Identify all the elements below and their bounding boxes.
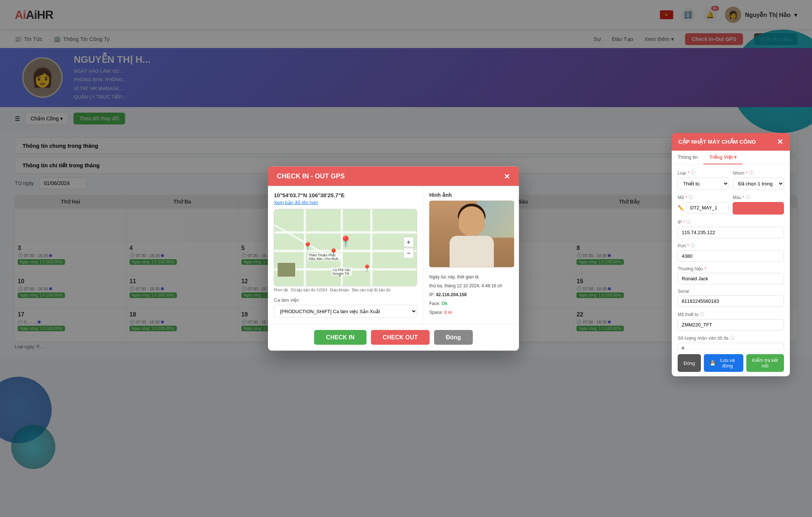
field-group-ip: IP * ⓘ <box>678 219 784 238</box>
device-panel-close-button[interactable]: Đóng <box>678 354 701 372</box>
gps-modal-footer: CHECK IN CHECK OUT Đóng <box>268 324 519 351</box>
field-group-thuong-hieu: Thương hiệu * <box>678 266 784 284</box>
gps-modal-header: CHECK IN - OUT GPS ✕ <box>268 167 519 186</box>
map-road <box>274 250 417 252</box>
field-group-nhom: Nhóm * ⓘ Đã chọn 1 trong 3 <box>733 170 784 190</box>
device-panel-close-icon[interactable]: ✕ <box>777 138 783 145</box>
device-panel-tabs: Thông tin Tiếng Việt ▾ <box>672 151 790 165</box>
ip-input[interactable] <box>678 227 784 238</box>
device-panel-body: Loại * ⓘ Thiết bị Nhóm * ⓘ Đã ch <box>672 165 790 349</box>
field-row-ip: IP * ⓘ <box>678 219 784 238</box>
field-group-mau: Màu * ⓘ <box>733 194 784 215</box>
map-footer: Phím tắt Dữ liệu bản đồ ©2024 Điều khoản… <box>274 288 417 292</box>
field-row-thuong-hieu: Thương hiệu * <box>678 266 784 284</box>
gps-map-section: 10°54'03.7"N 106°38'25.7"E Xem bản đồ lớ… <box>268 186 423 324</box>
device-panel-title: CẬP NHẬT MÁY CHẤM CÔNG <box>678 138 756 145</box>
gps-coordinates: 10°54'03.7"N 106°38'25.7"E <box>274 192 417 198</box>
view-larger-map-link[interactable]: Xem bản đồ lớn hơn <box>274 200 417 205</box>
thuong-hieu-input[interactable] <box>678 273 784 284</box>
date-info-line: Ngày lúc này, thời gian là <box>429 273 513 281</box>
map-pin-red: 📍 <box>339 235 352 247</box>
tab-tieng-viet[interactable]: Tiếng Việt ▾ <box>703 151 743 164</box>
field-group-loai: Loại * ⓘ Thiết bị <box>678 170 729 190</box>
color-swatch[interactable] <box>733 202 784 215</box>
map-pin-blue: 📍 <box>328 248 338 258</box>
serial-label: Serial <box>678 289 784 294</box>
info-icon-ma: ⓘ <box>688 194 693 201</box>
ip-label: IP * ⓘ <box>678 219 784 225</box>
info-icon-port: ⓘ <box>691 243 695 249</box>
ma-thiet-bi-label: Mã thiết bị ⓘ <box>678 311 784 318</box>
person-photo <box>429 201 514 267</box>
photo-label: Hình ảnh <box>429 192 513 198</box>
map-controls: + − <box>403 237 414 258</box>
port-label: Port * ⓘ <box>678 243 784 249</box>
photo-box <box>429 201 514 267</box>
port-input[interactable] <box>678 250 784 262</box>
field-row-ma-mau: Mã * ⓘ ✏️ Màu * ⓘ <box>678 194 784 215</box>
gps-modal-title: CHECK IN - OUT GPS <box>277 172 345 180</box>
nhom-select[interactable]: Đã chọn 1 trong 3 <box>733 178 784 190</box>
tab-thong-tin[interactable]: Thông tin <box>672 151 703 164</box>
so-luong-label: Số lượng nhân viên tối đa ⓘ <box>678 335 784 341</box>
map-zoom-out[interactable]: − <box>403 248 414 258</box>
device-update-panel: CẬP NHẬT MÁY CHẤM CÔNG ✕ Thông tin Tiếng… <box>672 133 790 376</box>
field-row-ma-thiet-bi: Mã thiết bị ⓘ <box>678 311 784 331</box>
info-icon-ma-thiet-bi: ⓘ <box>700 311 704 318</box>
field-group-so-luong: Số lượng nhân viên tối đa ⓘ <box>678 335 784 349</box>
ma-field-with-icon: ✏️ <box>678 202 729 213</box>
info-icon-so-luong: ⓘ <box>730 335 734 341</box>
shift-label: Ca làm việc <box>274 297 417 303</box>
nhom-label: Nhóm * ⓘ <box>733 170 784 176</box>
info-icon-mau: ⓘ <box>746 194 750 201</box>
save-icon: 💾 <box>710 360 716 366</box>
map-pin-orange: 📍 <box>303 242 313 251</box>
map-zoom-in[interactable]: + <box>403 237 414 247</box>
gps-photo-section: Hình ảnh Ngày lúc này, thời gian là thứ … <box>423 186 519 324</box>
ip-info-line: IP: 42.116.204.158 <box>429 290 513 299</box>
info-icon-ip: ⓘ <box>687 219 691 225</box>
ma-input[interactable] <box>686 202 729 213</box>
checkin-button[interactable]: CHECK IN <box>314 330 366 345</box>
so-luong-input[interactable] <box>678 343 784 349</box>
serial-input[interactable] <box>678 295 784 307</box>
device-panel-test-button[interactable]: Kiểm tra kết nối <box>746 354 784 372</box>
ma-label: Mã * ⓘ <box>678 194 729 201</box>
field-row-loai-nhom: Loại * ⓘ Thiết bị Nhóm * ⓘ Đã ch <box>678 170 784 190</box>
face-info-line: Face: Ok <box>429 299 513 308</box>
map-road <box>274 232 417 234</box>
ma-thiet-bi-input[interactable] <box>678 319 784 331</box>
map-thumbnail <box>277 263 296 277</box>
field-group-ma-thiet-bi: Mã thiết bị ⓘ <box>678 311 784 331</box>
gps-modal: CHECK IN - OUT GPS ✕ 10°54'03.7"N 106°38… <box>268 167 519 351</box>
loai-select[interactable]: Thiết bị <box>678 178 729 190</box>
device-panel-save-button[interactable]: 💾 Lưu và đóng <box>704 354 743 372</box>
space-info-line: Space: 0 m <box>429 308 513 317</box>
date-value-line: thứ ba, tháng 12 10 2024, 4:48:16 ch <box>429 281 513 290</box>
close-modal-button[interactable]: Đóng <box>434 330 473 345</box>
map-label-ca-phe: Cà Phê SânGoog̲le Tôi <box>331 268 352 276</box>
person-face <box>459 206 485 236</box>
info-icon-nhom: ⓘ <box>749 170 754 176</box>
map-pin-orange2: 📍 <box>362 264 372 273</box>
map-road <box>370 209 372 286</box>
loai-label: Loại * ⓘ <box>678 170 729 176</box>
gps-modal-body: 10°54'03.7"N 106°38'25.7"E Xem bản đồ lớ… <box>268 186 519 324</box>
person-body <box>450 236 494 267</box>
field-group-serial: Serial <box>678 289 784 307</box>
shift-select[interactable]: [PRODUCTION_SHIFT] Ca làm việc Sản Xuất <box>274 305 417 318</box>
field-group-port: Port * ⓘ <box>678 243 784 262</box>
mau-label: Màu * ⓘ <box>733 194 784 201</box>
map-container: Thiên Thuận PhátSữa, Bán, Cho thuê... Cà… <box>274 209 417 287</box>
edit-icon[interactable]: ✏️ <box>678 205 684 211</box>
field-group-ma: Mã * ⓘ ✏️ <box>678 194 729 215</box>
shift-section: Ca làm việc [PRODUCTION_SHIFT] Ca làm vi… <box>274 297 417 318</box>
field-row-so-luong: Số lượng nhân viên tối đa ⓘ <box>678 335 784 349</box>
device-panel-footer: Đóng 💾 Lưu và đóng Kiểm tra kết nối <box>672 349 790 376</box>
field-row-serial: Serial <box>678 289 784 307</box>
gps-modal-close-button[interactable]: ✕ <box>504 172 510 180</box>
thuong-hieu-label: Thương hiệu * <box>678 266 784 271</box>
checkin-info: Ngày lúc này, thời gian là thứ ba, tháng… <box>429 273 513 317</box>
checkout-button[interactable]: CHECK OUT <box>371 330 430 345</box>
info-icon: ⓘ <box>691 170 695 176</box>
